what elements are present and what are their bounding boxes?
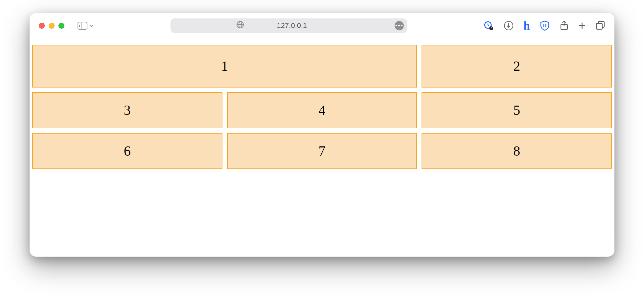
chevron-down-icon [89, 23, 95, 29]
shield-icon[interactable] [540, 20, 550, 31]
page-content: 1 2 3 4 5 6 7 8 [30, 38, 614, 257]
maximize-window-button[interactable] [58, 23, 64, 29]
address-bar[interactable]: 127.0.0.1 ••• [171, 18, 407, 33]
browser-window: 127.0.0.1 ••• h [30, 13, 614, 257]
titlebar: 127.0.0.1 ••• h [30, 13, 614, 38]
address-text: 127.0.0.1 [277, 21, 307, 30]
address-bar-area: 127.0.0.1 ••• [100, 18, 478, 33]
downloads-icon[interactable] [504, 21, 514, 31]
grid-cell-5: 5 [422, 92, 612, 128]
grid-cell-4: 4 [227, 92, 417, 128]
grid-cell-8: 8 [422, 133, 612, 169]
svg-rect-16 [596, 23, 602, 29]
grid-cell-6: 6 [32, 133, 222, 169]
new-tab-button[interactable]: + [579, 19, 586, 33]
window-controls [39, 23, 64, 29]
minimize-window-button[interactable] [49, 23, 55, 29]
grid-cell-7: 7 [227, 133, 417, 169]
honey-extension-icon[interactable]: h [523, 19, 530, 33]
grid-cell-1: 1 [32, 45, 417, 88]
privacy-report-icon[interactable] [483, 20, 494, 31]
more-icon[interactable]: ••• [395, 21, 404, 30]
grid-cell-2: 2 [422, 45, 612, 88]
tab-overview-icon[interactable] [595, 21, 605, 31]
sidebar-icon [78, 22, 87, 30]
sidebar-toggle-button[interactable] [78, 22, 95, 30]
globe-icon [236, 21, 244, 31]
toolbar-right: h + [483, 19, 605, 33]
grid-cell-3: 3 [32, 92, 222, 128]
grid: 1 2 3 4 5 6 7 8 [32, 45, 612, 169]
share-icon[interactable] [560, 20, 569, 31]
close-window-button[interactable] [39, 23, 45, 29]
